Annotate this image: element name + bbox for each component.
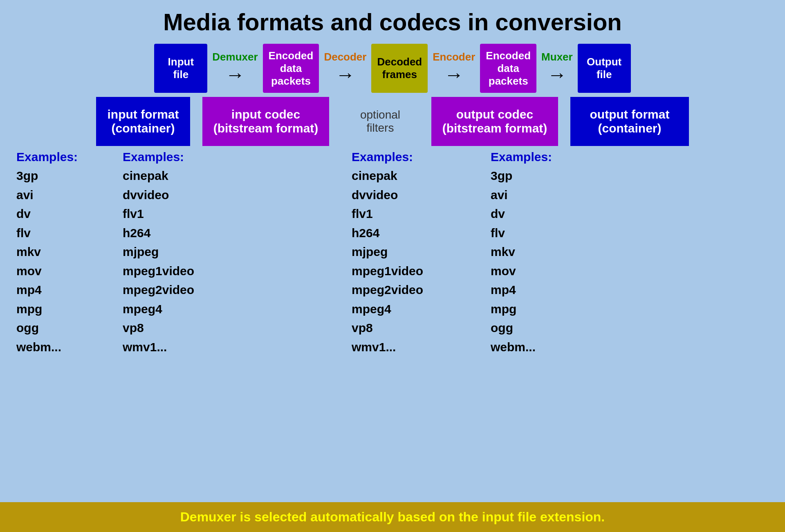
output-codec-item-0: cinepak: [352, 166, 462, 186]
input-codec-item-2: flv1: [123, 204, 233, 224]
arrow-4: →: [545, 63, 568, 86]
encoded-packets-2-box: Encodeddatapackets: [480, 44, 536, 93]
output-codec-cat: output codec(bitstream format): [431, 97, 558, 146]
output-codec-item-5: mpeg1video: [352, 262, 462, 281]
output-codec-item-1: dvvideo: [352, 186, 462, 205]
output-codec-item-4: mjpeg: [352, 242, 462, 262]
output-format-item-2: dv: [491, 204, 769, 224]
filters-col: [253, 150, 331, 502]
page-title: Media formats and codecs in conversion: [0, 0, 785, 40]
input-format-item-1: avi: [16, 186, 94, 205]
input-format-item-9: webm...: [16, 338, 94, 357]
output-format-item-7: mpg: [491, 300, 769, 319]
muxer-label: Muxer: [538, 51, 576, 63]
output-file-box: Outputfile: [578, 44, 631, 93]
output-format-item-1: avi: [491, 186, 769, 205]
input-codec-item-1: dvvideo: [123, 186, 233, 205]
input-format-item-3: flv: [16, 224, 94, 243]
input-format-item-0: 3gp: [16, 166, 94, 186]
input-file-box: Inputfile: [154, 44, 207, 93]
input-format-item-8: ogg: [16, 319, 94, 338]
input-codec-examples-label: Examples:: [123, 150, 233, 164]
input-format-item-6: mp4: [16, 281, 94, 300]
arrow-1: →: [224, 63, 247, 86]
input-format-item-2: dv: [16, 204, 94, 224]
input-codec-item-0: cinepak: [123, 166, 233, 186]
output-format-item-5: mov: [491, 262, 769, 281]
footer-message: Demuxer is selected automatically based …: [0, 502, 785, 532]
output-format-col: Examples: 3gp avi dv flv mkv mov mp4 mpg…: [482, 150, 777, 502]
encoder-label: Encoder: [429, 51, 478, 63]
input-format-item-7: mpg: [16, 300, 94, 319]
output-codec-examples-label: Examples:: [352, 150, 462, 164]
output-format-item-4: mkv: [491, 242, 769, 262]
output-format-cat: output format(container): [570, 97, 689, 146]
input-format-item-4: mkv: [16, 242, 94, 262]
output-format-item-0: 3gp: [491, 166, 769, 186]
input-codec-col: Examples: cinepak dvvideo flv1 h264 mjpe…: [114, 150, 241, 502]
input-codec-item-5: mpeg1video: [123, 262, 233, 281]
input-codec-item-7: mpeg4: [123, 300, 233, 319]
output-codec-item-2: flv1: [352, 204, 462, 224]
output-codec-item-7: mpeg4: [352, 300, 462, 319]
category-row: input format(container) input codec(bits…: [0, 97, 785, 146]
arrow-2: →: [334, 63, 357, 86]
arrow-3: →: [442, 63, 465, 86]
input-codec-item-9: wmv1...: [123, 338, 233, 357]
output-codec-item-3: h264: [352, 224, 462, 243]
input-codec-item-8: vp8: [123, 319, 233, 338]
input-codec-item-6: mpeg2video: [123, 281, 233, 300]
input-format-cat: input format(container): [96, 97, 190, 146]
input-format-item-5: mov: [16, 262, 94, 281]
output-codec-item-8: vp8: [352, 319, 462, 338]
demuxer-label: Demuxer: [209, 51, 261, 63]
decoder-label: Decoder: [321, 51, 370, 63]
output-codec-item-6: mpeg2video: [352, 281, 462, 300]
decoded-frames-box: Decodedframes: [371, 44, 428, 93]
optional-filters-cat: optionalfilters: [341, 97, 419, 146]
input-codec-item-3: h264: [123, 224, 233, 243]
output-format-examples-label: Examples:: [491, 150, 769, 164]
input-format-col: Examples: 3gp avi dv flv mkv mov mp4 mpg…: [8, 150, 102, 502]
input-codec-item-4: mjpeg: [123, 242, 233, 262]
output-codec-col: Examples: cinepak dvvideo flv1 h264 mjpe…: [343, 150, 470, 502]
pipeline-row: Inputfile Demuxer → Encodeddatapackets D…: [0, 40, 785, 97]
output-format-item-8: ogg: [491, 319, 769, 338]
output-format-item-3: flv: [491, 224, 769, 243]
input-codec-cat: input codec(bitstream format): [202, 97, 329, 146]
encoded-packets-1-box: Encodeddatapackets: [263, 44, 319, 93]
output-codec-item-9: wmv1...: [352, 338, 462, 357]
input-format-examples-label: Examples:: [16, 150, 94, 164]
output-format-item-9: webm...: [491, 338, 769, 357]
examples-row: Examples: 3gp avi dv flv mkv mov mp4 mpg…: [0, 146, 785, 502]
output-format-item-6: mp4: [491, 281, 769, 300]
